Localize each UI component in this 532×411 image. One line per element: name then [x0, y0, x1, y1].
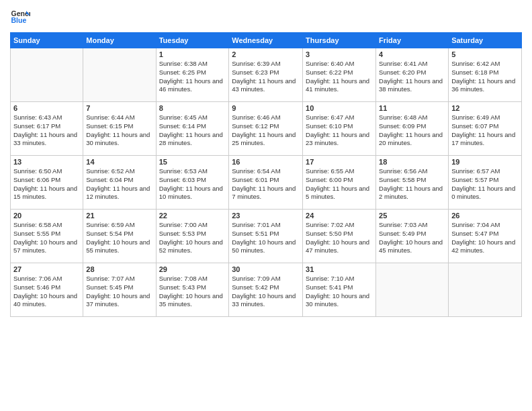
- header: General Blue: [10, 7, 522, 27]
- day-info: Sunrise: 6:58 AMSunset: 5:55 PMDaylight:…: [13, 221, 80, 255]
- day-info: Sunrise: 7:06 AMSunset: 5:46 PMDaylight:…: [13, 275, 80, 309]
- day-number: 9: [232, 104, 300, 112]
- day-info: Sunrise: 7:08 AMSunset: 5:43 PMDaylight:…: [159, 275, 226, 309]
- calendar-cell: 6Sunrise: 6:43 AMSunset: 6:17 PMDaylight…: [11, 102, 83, 156]
- calendar-week-2: 6Sunrise: 6:43 AMSunset: 6:17 PMDaylight…: [11, 102, 522, 156]
- day-number: 21: [86, 212, 152, 220]
- calendar-cell: 29Sunrise: 7:08 AMSunset: 5:43 PMDayligh…: [156, 263, 229, 317]
- day-info: Sunrise: 6:41 AMSunset: 6:20 PMDaylight:…: [379, 60, 445, 94]
- day-info: Sunrise: 7:04 AMSunset: 5:47 PMDaylight:…: [451, 221, 519, 255]
- logo: General Blue: [10, 7, 30, 27]
- day-number: 22: [159, 212, 226, 220]
- day-number: 11: [379, 104, 445, 112]
- calendar-cell: 17Sunrise: 6:55 AMSunset: 6:00 PMDayligh…: [303, 156, 376, 210]
- calendar-cell: 15Sunrise: 6:53 AMSunset: 6:03 PMDayligh…: [156, 156, 229, 210]
- day-info: Sunrise: 7:10 AMSunset: 5:41 PMDaylight:…: [306, 275, 373, 309]
- day-number: 3: [306, 50, 373, 58]
- day-info: Sunrise: 6:57 AMSunset: 5:57 PMDaylight:…: [451, 167, 519, 201]
- day-number: 28: [86, 265, 152, 273]
- calendar-week-4: 20Sunrise: 6:58 AMSunset: 5:55 PMDayligh…: [11, 210, 522, 263]
- day-info: Sunrise: 6:45 AMSunset: 6:14 PMDaylight:…: [159, 113, 226, 148]
- calendar-header-saturday: Saturday: [449, 33, 522, 48]
- calendar-cell: 14Sunrise: 6:52 AMSunset: 6:04 PMDayligh…: [83, 156, 156, 210]
- day-number: 26: [451, 212, 519, 220]
- calendar-header-monday: Monday: [83, 33, 156, 48]
- day-number: 13: [13, 158, 80, 166]
- calendar-table: SundayMondayTuesdayWednesdayThursdayFrid…: [10, 32, 522, 317]
- day-number: 30: [232, 265, 300, 273]
- day-number: 14: [86, 158, 152, 166]
- day-number: 17: [306, 158, 373, 166]
- calendar-cell: 22Sunrise: 7:00 AMSunset: 5:53 PMDayligh…: [156, 210, 229, 263]
- day-info: Sunrise: 6:56 AMSunset: 5:58 PMDaylight:…: [379, 167, 445, 201]
- day-info: Sunrise: 6:50 AMSunset: 6:06 PMDaylight:…: [13, 167, 80, 201]
- day-number: 27: [13, 265, 80, 273]
- calendar-cell: [449, 263, 522, 317]
- calendar-cell: 7Sunrise: 6:44 AMSunset: 6:15 PMDaylight…: [83, 102, 156, 156]
- calendar-cell: 8Sunrise: 6:45 AMSunset: 6:14 PMDaylight…: [156, 102, 229, 156]
- calendar-cell: 18Sunrise: 6:56 AMSunset: 5:58 PMDayligh…: [376, 156, 449, 210]
- day-number: 5: [451, 50, 519, 58]
- svg-text:Blue: Blue: [11, 16, 27, 24]
- day-number: 24: [306, 212, 373, 220]
- calendar-header-row: SundayMondayTuesdayWednesdayThursdayFrid…: [11, 33, 522, 48]
- calendar-cell: [376, 263, 449, 317]
- calendar-cell: 30Sunrise: 7:09 AMSunset: 5:42 PMDayligh…: [229, 263, 303, 317]
- day-info: Sunrise: 6:44 AMSunset: 6:15 PMDaylight:…: [86, 113, 152, 148]
- calendar-cell: 3Sunrise: 6:40 AMSunset: 6:22 PMDaylight…: [303, 48, 376, 102]
- day-number: 16: [232, 158, 300, 166]
- day-number: 19: [451, 158, 519, 166]
- day-info: Sunrise: 6:42 AMSunset: 6:18 PMDaylight:…: [451, 60, 519, 94]
- calendar-cell: 12Sunrise: 6:49 AMSunset: 6:07 PMDayligh…: [449, 102, 522, 156]
- day-number: 10: [306, 104, 373, 112]
- calendar-header-friday: Friday: [376, 33, 449, 48]
- calendar-cell: [83, 48, 156, 102]
- calendar-cell: 16Sunrise: 6:54 AMSunset: 6:01 PMDayligh…: [229, 156, 303, 210]
- day-info: Sunrise: 6:54 AMSunset: 6:01 PMDaylight:…: [232, 167, 300, 201]
- day-number: 6: [13, 104, 80, 112]
- calendar-week-5: 27Sunrise: 7:06 AMSunset: 5:46 PMDayligh…: [11, 263, 522, 317]
- day-number: 31: [306, 265, 373, 273]
- day-info: Sunrise: 6:52 AMSunset: 6:04 PMDaylight:…: [86, 167, 152, 201]
- calendar-cell: 21Sunrise: 6:59 AMSunset: 5:54 PMDayligh…: [83, 210, 156, 263]
- day-number: 12: [451, 104, 519, 112]
- calendar-cell: 4Sunrise: 6:41 AMSunset: 6:20 PMDaylight…: [376, 48, 449, 102]
- day-number: 18: [379, 158, 445, 166]
- logo-icon: General Blue: [10, 7, 30, 27]
- calendar-cell: 2Sunrise: 6:39 AMSunset: 6:23 PMDaylight…: [229, 48, 303, 102]
- day-info: Sunrise: 6:59 AMSunset: 5:54 PMDaylight:…: [86, 221, 152, 255]
- day-number: 23: [232, 212, 300, 220]
- day-info: Sunrise: 6:53 AMSunset: 6:03 PMDaylight:…: [159, 167, 226, 201]
- day-info: Sunrise: 6:48 AMSunset: 6:09 PMDaylight:…: [379, 113, 445, 148]
- calendar-cell: [11, 48, 83, 102]
- calendar-week-1: 1Sunrise: 6:38 AMSunset: 6:25 PMDaylight…: [11, 48, 522, 102]
- day-info: Sunrise: 7:07 AMSunset: 5:45 PMDaylight:…: [86, 275, 152, 309]
- day-number: 4: [379, 50, 445, 58]
- calendar-cell: 24Sunrise: 7:02 AMSunset: 5:50 PMDayligh…: [303, 210, 376, 263]
- page-container: General Blue SundayMondayTuesdayWednesda…: [0, 0, 532, 411]
- day-number: 2: [232, 50, 300, 58]
- calendar-header-tuesday: Tuesday: [156, 33, 229, 48]
- day-info: Sunrise: 6:46 AMSunset: 6:12 PMDaylight:…: [232, 113, 300, 148]
- day-number: 15: [159, 158, 226, 166]
- day-info: Sunrise: 7:09 AMSunset: 5:42 PMDaylight:…: [232, 275, 300, 309]
- calendar-cell: 26Sunrise: 7:04 AMSunset: 5:47 PMDayligh…: [449, 210, 522, 263]
- calendar-cell: 27Sunrise: 7:06 AMSunset: 5:46 PMDayligh…: [11, 263, 83, 317]
- day-info: Sunrise: 6:38 AMSunset: 6:25 PMDaylight:…: [159, 60, 226, 94]
- calendar-cell: 23Sunrise: 7:01 AMSunset: 5:51 PMDayligh…: [229, 210, 303, 263]
- day-number: 20: [13, 212, 80, 220]
- calendar-cell: 25Sunrise: 7:03 AMSunset: 5:49 PMDayligh…: [376, 210, 449, 263]
- day-number: 29: [159, 265, 226, 273]
- calendar-header-thursday: Thursday: [303, 33, 376, 48]
- day-info: Sunrise: 6:55 AMSunset: 6:00 PMDaylight:…: [306, 167, 373, 201]
- day-info: Sunrise: 7:00 AMSunset: 5:53 PMDaylight:…: [159, 221, 226, 255]
- day-number: 25: [379, 212, 445, 220]
- day-number: 7: [86, 104, 152, 112]
- calendar-header-sunday: Sunday: [11, 33, 83, 48]
- day-info: Sunrise: 6:49 AMSunset: 6:07 PMDaylight:…: [451, 113, 519, 148]
- day-info: Sunrise: 6:47 AMSunset: 6:10 PMDaylight:…: [306, 113, 373, 148]
- calendar-header-wednesday: Wednesday: [229, 33, 303, 48]
- day-number: 8: [159, 104, 226, 112]
- calendar-cell: 9Sunrise: 6:46 AMSunset: 6:12 PMDaylight…: [229, 102, 303, 156]
- calendar-cell: 10Sunrise: 6:47 AMSunset: 6:10 PMDayligh…: [303, 102, 376, 156]
